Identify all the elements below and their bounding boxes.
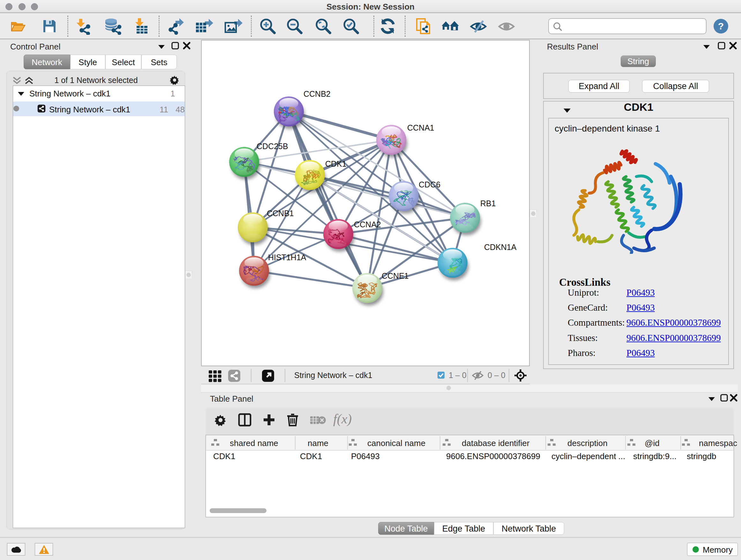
- svg-text:HIST1H1A: HIST1H1A: [268, 253, 307, 262]
- svg-text:CCNA1: CCNA1: [407, 123, 434, 132]
- svg-text:CCNA2: CCNA2: [354, 220, 381, 229]
- svg-text:CDC6: CDC6: [419, 180, 441, 189]
- svg-text:CDKN1A: CDKN1A: [484, 243, 517, 252]
- svg-text:RB1: RB1: [480, 199, 496, 208]
- svg-text:?: ?: [718, 21, 724, 31]
- svg-text:CCNB2: CCNB2: [304, 89, 331, 98]
- svg-text:CDK1: CDK1: [325, 159, 347, 168]
- svg-text:CCNB1: CCNB1: [267, 209, 294, 218]
- svg-text:CDC25B: CDC25B: [257, 142, 288, 151]
- svg-text:CCNE1: CCNE1: [382, 271, 409, 280]
